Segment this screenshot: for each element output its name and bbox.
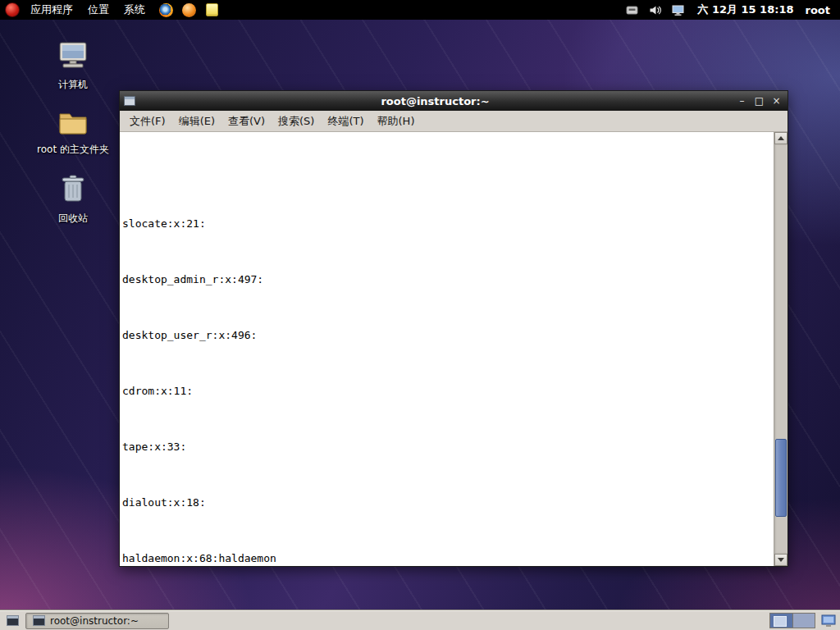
terminal-line: haldaemon:x:68:haldaemon — [122, 551, 774, 565]
window-title: root@instructor:~ — [139, 95, 732, 107]
note-glyph — [206, 3, 218, 16]
taskbar: root@instructor:~ — [0, 610, 840, 630]
menu-item[interactable]: 编辑(E) — [172, 111, 221, 132]
desktop: 应用程序 位置 系统 六 12月 15 18:18 root — [0, 0, 840, 630]
desktop-icon-home-folder[interactable]: root 的主文件夹 — [35, 107, 111, 157]
panel-applet-icon[interactable] — [820, 614, 837, 628]
panel-menus: 应用程序 位置 系统 — [23, 0, 153, 20]
user-indicator[interactable]: root — [804, 4, 836, 16]
desktop-icon-label: 计算机 — [58, 78, 88, 92]
show-desktop-button[interactable] — [3, 613, 21, 629]
menu-item[interactable]: 文件(F) — [123, 111, 172, 132]
computer-icon — [55, 41, 91, 75]
globe-glyph — [182, 3, 196, 17]
terminal-task-icon — [33, 615, 45, 626]
task-label: root@instructor:~ — [50, 615, 139, 627]
redhat-menu-icon[interactable] — [5, 2, 20, 17]
terminal-line: desktop_user_r:x:496: — [122, 328, 774, 342]
terminal-window: root@instructor:~ – □ × 文件(F) 编辑(E) 查看(V… — [119, 90, 788, 567]
panel-menu-item[interactable]: 系统 — [116, 0, 153, 20]
terminal-line: cdrom:x:11: — [122, 384, 774, 398]
note-icon[interactable] — [203, 2, 220, 18]
panel-menu-item[interactable]: 应用程序 — [23, 0, 80, 20]
terminal-line: desktop_admin_r:x:497: — [122, 272, 774, 286]
terminal-line: dialout:x:18: — [122, 495, 774, 509]
maximize-button[interactable]: □ — [752, 94, 766, 108]
scroll-down-button[interactable] — [774, 554, 788, 566]
desktop-icon-label: root 的主文件夹 — [37, 143, 109, 157]
terminal-output-area[interactable]: slocate:x:21: desktop_admin_r:x:497: des… — [120, 132, 774, 566]
scroll-up-button[interactable] — [774, 132, 788, 144]
scrollbar-track[interactable] — [774, 144, 788, 554]
menu-item[interactable]: 搜索(S) — [272, 111, 321, 132]
clock[interactable]: 六 12月 15 18:18 — [691, 2, 800, 17]
arrow-down-icon — [778, 558, 784, 562]
desktop-icon-computer[interactable]: 计算机 — [35, 41, 111, 92]
desktop-icon-trash[interactable]: 回收站 — [35, 173, 111, 226]
taskbar-right — [769, 613, 837, 628]
home-folder-icon — [55, 107, 91, 140]
web-globe-icon[interactable] — [180, 2, 197, 18]
desktop-icon-label: 回收站 — [58, 212, 88, 226]
terminal-scrollbar[interactable] — [774, 132, 788, 566]
menu-item[interactable]: 查看(V) — [221, 111, 272, 132]
card-reader-icon[interactable] — [624, 2, 639, 17]
terminal-window-icon — [124, 96, 135, 106]
terminal-body[interactable]: slocate:x:21: desktop_admin_r:x:497: des… — [120, 132, 788, 566]
workspace-2[interactable] — [792, 614, 815, 628]
volume-icon[interactable] — [647, 2, 662, 17]
terminal-menubar: 文件(F) 编辑(E) 查看(V) 搜索(S) 终端(T) 帮助(H) — [120, 111, 788, 132]
terminal-lines: slocate:x:21: desktop_admin_r:x:497: des… — [122, 161, 774, 566]
arrow-up-icon — [778, 136, 784, 140]
terminal-line: tape:x:33: — [122, 440, 774, 454]
mini-terminal-icon — [7, 615, 19, 626]
workspace-1[interactable] — [770, 614, 792, 628]
menu-item[interactable]: 帮助(H) — [371, 111, 422, 132]
task-button-terminal[interactable]: root@instructor:~ — [25, 613, 169, 629]
terminal-line: slocate:x:21: — [122, 217, 774, 231]
close-button[interactable]: × — [769, 94, 783, 108]
top-panel: 应用程序 位置 系统 六 12月 15 18:18 root — [0, 0, 840, 20]
trash-icon — [57, 173, 89, 209]
firefox-icon[interactable] — [158, 2, 174, 18]
display-icon[interactable] — [670, 2, 685, 17]
workspace-switcher[interactable] — [769, 613, 815, 628]
menu-item[interactable]: 终端(T) — [321, 111, 370, 132]
panel-menu-item[interactable]: 位置 — [80, 0, 116, 20]
minimize-button[interactable]: – — [735, 94, 749, 108]
titlebar[interactable]: root@instructor:~ – □ × — [120, 91, 788, 111]
scrollbar-thumb[interactable] — [775, 439, 787, 517]
firefox-glyph — [159, 3, 173, 17]
